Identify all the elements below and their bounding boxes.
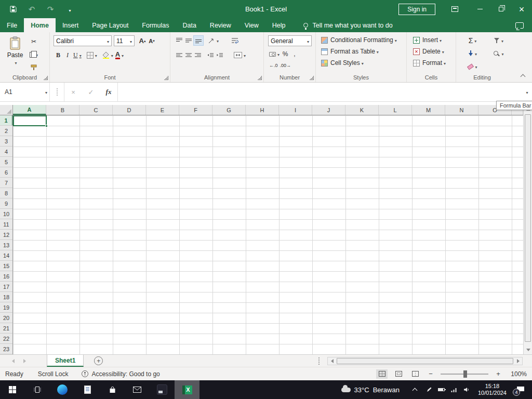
taskbar-mail-button[interactable] [125,380,150,399]
row-header-1[interactable]: 1 [0,115,13,126]
customize-quick-access-toolbar-button[interactable] [63,4,75,15]
column-header-i[interactable]: I [279,105,312,115]
row-header-11[interactable]: 11 [0,219,12,230]
column-header-a[interactable]: A [13,105,46,115]
decrease-indent-button[interactable] [206,50,215,60]
row-header-21[interactable]: 21 [0,323,12,334]
zoom-level[interactable]: 100% [508,370,527,378]
copy-button[interactable] [29,49,39,60]
cells-format-button[interactable]: Format [413,57,456,69]
row-header-22[interactable]: 22 [0,334,12,344]
format-painter-button[interactable] [29,62,39,73]
decrease-font-size-button[interactable]: A [147,36,156,46]
zoom-in-button[interactable] [494,370,503,378]
row-header-20[interactable]: 20 [0,313,12,323]
redo-button[interactable]: ↷ [45,4,56,15]
next-sheet-button[interactable] [19,355,30,367]
orientation-button[interactable] [207,35,220,46]
fill-color-button[interactable] [101,50,114,60]
tell-me-box[interactable]: Tell me what you want to do [303,18,392,32]
vertical-scroll-thumb[interactable] [525,114,531,342]
center-button[interactable] [184,50,193,60]
start-button[interactable] [0,380,25,399]
row-header-8[interactable]: 8 [0,188,12,198]
increase-font-size-button[interactable]: A [138,36,147,46]
tab-view[interactable]: View [238,18,265,32]
tab-file[interactable]: File [0,18,24,32]
zoom-slider-thumb[interactable] [463,370,467,378]
column-header-k[interactable]: K [345,105,379,115]
row-header-23[interactable]: 23 [0,344,12,354]
tab-insert[interactable]: Insert [56,18,85,32]
tab-page-layout[interactable]: Page Layout [85,18,135,32]
styles-format-as-table-button[interactable]: Format as Table [321,46,406,57]
taskbar-clock[interactable]: 15:18 10/01/2024 [473,383,512,396]
tab-data[interactable]: Data [176,18,203,32]
scroll-right-button[interactable] [514,357,522,365]
tray-network-button[interactable] [448,388,460,392]
page-break-preview-button[interactable] [409,369,421,379]
row-header-12[interactable]: 12 [0,230,12,240]
zoom-out-button[interactable] [426,370,435,378]
tray-battery-button[interactable] [435,388,448,391]
row-header-13[interactable]: 13 [0,240,12,250]
underline-button[interactable]: U [72,50,83,60]
middle-align-button[interactable] [184,35,193,46]
cells-area[interactable] [13,115,523,354]
sheet-bar-resizer[interactable] [318,357,320,365]
formula-bar-expand-button[interactable] [521,83,532,101]
tab-home[interactable]: Home [24,18,56,32]
accessibility-status[interactable]: Accessibility: Good to go [82,370,159,378]
save-button[interactable] [7,4,19,15]
alignment-dialog-launcher[interactable] [258,76,262,80]
maximize-button[interactable] [490,0,511,18]
paste-button[interactable]: Paste [4,35,26,82]
column-header-h[interactable]: H [246,105,279,115]
bottom-align-button[interactable] [193,35,204,46]
collapse-ribbon-button[interactable] [518,72,527,79]
comments-icon[interactable] [515,22,524,29]
undo-button[interactable]: ↶ [26,4,37,15]
row-header-2[interactable]: 2 [0,126,12,136]
zoom-slider[interactable] [441,374,488,375]
sort-and-filter-button[interactable] [489,35,508,46]
increase-decimal-button[interactable]: ←.0 [268,60,279,71]
tab-formulas[interactable]: Formulas [135,18,176,32]
cells-insert-button[interactable]: Insert [413,34,456,46]
select-all-corner[interactable] [0,105,13,115]
column-header-g[interactable]: G [212,105,246,115]
taskbar-document-app-button[interactable] [75,380,100,399]
selected-cell[interactable] [13,115,47,126]
autosum-button[interactable]: Σ [463,35,482,46]
top-align-button[interactable] [175,35,184,46]
column-header-n[interactable]: N [445,105,478,115]
horizontal-scroll-thumb[interactable] [337,358,513,364]
name-box[interactable]: A1 [0,83,50,101]
row-header-9[interactable]: 9 [0,198,12,209]
bold-button[interactable]: B [54,50,63,60]
merge-and-center-button[interactable] [233,50,247,60]
action-center-button[interactable]: 4 [512,386,529,393]
scroll-down-button[interactable] [524,345,532,354]
weather-widget[interactable]: 33°C Berawan [334,386,407,394]
font-color-button[interactable]: A [114,50,125,60]
new-sheet-button[interactable] [94,356,103,365]
name-box-divider[interactable] [50,83,64,101]
number-dialog-launcher[interactable] [310,76,314,80]
styles-cell-styles-button[interactable]: Cell Styles [321,57,406,69]
tray-pen-button[interactable] [423,387,435,392]
fill-handle[interactable] [45,125,48,127]
accounting-format-button[interactable] [268,49,281,59]
minimize-button[interactable] [470,0,490,18]
row-header-5[interactable]: 5 [0,157,12,167]
sheet-tab-sheet1[interactable]: Sheet1 [47,355,84,367]
clear-button[interactable] [463,61,482,72]
percent-style-button[interactable]: % [281,49,290,59]
row-header-17[interactable]: 17 [0,282,12,292]
row-header-19[interactable]: 19 [0,302,12,313]
wrap-text-button[interactable] [230,35,240,46]
column-header-l[interactable]: L [379,105,412,115]
formula-input[interactable] [117,83,521,101]
taskbar-edge-button[interactable] [50,380,75,399]
column-header-e[interactable]: E [146,105,179,115]
